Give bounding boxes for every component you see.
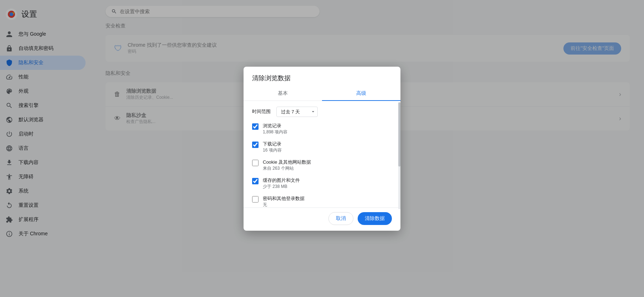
checkbox-sub: 无 — [263, 202, 305, 208]
dialog-footer: 取消 清除数据 — [244, 208, 400, 231]
checkbox-cached-images-input[interactable] — [252, 178, 259, 184]
checkbox-passwords-input[interactable] — [252, 196, 259, 203]
cancel-button[interactable]: 取消 — [328, 212, 353, 225]
checkbox-browsing-history-input[interactable] — [252, 123, 259, 130]
checkbox-download-history-input[interactable] — [252, 142, 259, 148]
checkbox-text: 下载记录 16 项内容 — [263, 141, 282, 153]
checkbox-sub: 来自 263 个网站 — [263, 165, 311, 171]
dialog-title: 清除浏览数据 — [244, 67, 400, 82]
checkbox-label: 缓存的图片和文件 — [263, 177, 300, 184]
clear-data-button[interactable]: 清除数据 — [358, 212, 392, 225]
checkbox-text: 密码和其他登录数据 无 — [263, 195, 305, 208]
dialog-scrollbar-thumb — [398, 102, 400, 167]
dialog-scrollbar[interactable] — [398, 102, 400, 209]
dialog-overlay: 清除浏览数据 基本 高级 时间范围 过去 1 小时 过去 24 小时 过去 7 … — [0, 0, 644, 297]
time-range-row: 时间范围 过去 1 小时 过去 24 小时 过去 7 天 过去 4 周 过去一年… — [252, 107, 392, 117]
checkbox-label: 浏览记录 — [263, 123, 287, 129]
checkbox-text: 缓存的图片和文件 少于 238 MB — [263, 177, 300, 190]
tab-basic[interactable]: 基本 — [244, 87, 322, 101]
checkbox-label: Cookie 及其他网站数据 — [263, 159, 311, 165]
checkbox-text: Cookie 及其他网站数据 来自 263 个网站 — [263, 159, 311, 171]
checkbox-sub: 16 项内容 — [263, 147, 282, 153]
checkbox-passwords: 密码和其他登录数据 无 — [252, 195, 392, 208]
checkbox-text: 浏览记录 1,898 项内容 — [263, 123, 287, 135]
checkbox-cookies: Cookie 及其他网站数据 来自 263 个网站 — [252, 159, 392, 171]
checkbox-cached-images: 缓存的图片和文件 少于 238 MB — [252, 177, 392, 190]
checkbox-sub: 1,898 项内容 — [263, 129, 287, 135]
time-range-label: 时间范围 — [252, 108, 271, 115]
checkbox-download-history: 下载记录 16 项内容 — [252, 141, 392, 153]
checkbox-browsing-history: 浏览记录 1,898 项内容 — [252, 123, 392, 135]
checkbox-cookies-input[interactable] — [252, 160, 259, 166]
checkbox-label: 下载记录 — [263, 141, 282, 147]
dialog-tabs: 基本 高级 — [244, 87, 400, 101]
checkbox-label: 密码和其他登录数据 — [263, 195, 305, 202]
time-range-select[interactable]: 过去 1 小时 过去 24 小时 过去 7 天 过去 4 周 过去一年 所有时间 — [276, 107, 318, 117]
dialog-body: 时间范围 过去 1 小时 过去 24 小时 过去 7 天 过去 4 周 过去一年… — [244, 101, 400, 208]
checkbox-sub: 少于 238 MB — [263, 184, 300, 190]
clear-browsing-data-dialog: 清除浏览数据 基本 高级 时间范围 过去 1 小时 过去 24 小时 过去 7 … — [244, 67, 400, 231]
tab-advanced[interactable]: 高级 — [322, 87, 400, 101]
